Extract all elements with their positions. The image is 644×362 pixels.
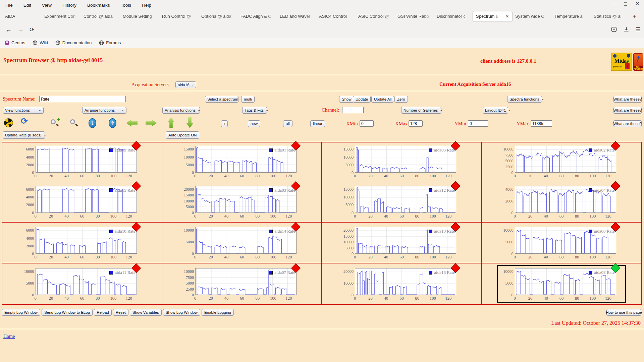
how-to-use-button[interactable]: How to use this page	[606, 309, 641, 316]
spectrum-chart-aida08[interactable]: 1000050000020406080100120aida08 Rate	[498, 266, 625, 302]
tab-aida[interactable]: AIDA	[2, 11, 41, 21]
what-are-these-button[interactable]: What are these?	[613, 96, 642, 103]
ymax-input[interactable]	[531, 120, 552, 127]
gallery-cell-aida06[interactable]: 1000050000020406080100120aida06 Rate	[481, 222, 641, 263]
tab-discriminator-c[interactable]: Discriminator c	[434, 11, 473, 21]
enable-logging-button[interactable]: Enable Logging	[202, 309, 234, 316]
expand-vertical-icon[interactable]: ⇑	[109, 118, 116, 128]
spectrum-chart-aida10[interactable]: 6000400020000020406080100120aida10 Rate	[19, 225, 146, 260]
update-rate-dropdown[interactable]: Update Rate (8 secs)	[3, 131, 45, 139]
arrow-down-icon[interactable]	[186, 117, 194, 128]
close-button[interactable]: ✕	[636, 1, 639, 6]
forward-icon[interactable]: →	[17, 26, 24, 34]
menu-view[interactable]: View	[42, 3, 52, 8]
tab-led-and-wavef[interactable]: LED and Wavef	[277, 11, 316, 21]
show-log-window-button[interactable]: Show Log Window	[163, 309, 200, 316]
tab-system-wide-c[interactable]: System wide C	[512, 11, 551, 21]
bookmark-forums[interactable]: Forums	[99, 40, 121, 45]
gallery-cell-aida16[interactable]: 20000100000020406080100120aida16 Rate	[322, 263, 481, 305]
new-button[interactable]: new	[248, 120, 260, 127]
tab-run-control[interactable]: Run Control @	[159, 11, 198, 21]
gallery-cell-aida09[interactable]: 6000400020000020406080100120aida09 Rate	[2, 142, 162, 181]
gallery-cell-aida07[interactable]: 100007500500025000020406080100120aida07 …	[162, 263, 322, 305]
spectrum-chart-aida14[interactable]: 1000050000020406080100120aida14 Rate	[178, 225, 305, 260]
what-are-these-button[interactable]: What are these?	[613, 107, 642, 114]
gallery-cell-aida05[interactable]: 150001000050000020406080100120aida05 Rat…	[322, 142, 481, 181]
empty-log-window-button[interactable]: Empty Log Window	[2, 309, 40, 316]
compress-vertical-icon[interactable]: ⇓	[89, 118, 96, 128]
gallery-cell-aida11[interactable]: 1000050000020406080100120aida11 Rate	[2, 263, 162, 305]
tags-fits-dropdown[interactable]: Tags & Fits	[242, 107, 267, 114]
channel-input[interactable]	[342, 107, 364, 113]
layout-id-dropdown[interactable]: Layout ID=1	[483, 107, 508, 114]
show-button[interactable]: Show	[339, 96, 354, 103]
refresh-icon[interactable]	[21, 116, 28, 126]
spectrum-chart-aida04[interactable]: 400020000020406080100120aida04 Rate	[498, 184, 625, 220]
reload-icon[interactable]: ⟳	[30, 26, 34, 34]
gallery-cell-aida15[interactable]: 6000400020000020406080100120aida15 Rate	[2, 181, 162, 222]
acquisition-server-select[interactable]: aida16	[175, 81, 196, 88]
zero-button[interactable]: Zero	[394, 96, 408, 103]
maximize-button[interactable]: ▢	[624, 1, 628, 6]
midas-logo[interactable]: Midas powered by f	[611, 53, 632, 71]
gallery-cell-aida14[interactable]: 1000050000020406080100120aida14 Rate	[162, 222, 322, 263]
tab-gsi-white-rabb[interactable]: GSI White Rabb	[394, 11, 434, 21]
tab-experiment-con[interactable]: Experiment Con	[41, 11, 80, 21]
bookmark-wiki[interactable]: Wiki	[33, 40, 48, 45]
radiation-icon[interactable]	[4, 118, 13, 127]
gallery-cell-aida01[interactable]: 150001000050000020406080100120aida01 Rat…	[162, 142, 322, 181]
home-link[interactable]: Home	[3, 334, 15, 339]
xmin-input[interactable]	[360, 120, 374, 127]
pocket-save-icon[interactable]	[611, 26, 617, 32]
select-spectrum-dropdown[interactable]: Select a spectrum	[205, 96, 238, 103]
view-functions-dropdown[interactable]: View functions	[3, 107, 44, 114]
tab-close-icon[interactable]: ✕	[504, 11, 509, 21]
spectrum-name-input[interactable]	[39, 96, 126, 102]
all-button[interactable]: all	[283, 120, 292, 127]
spectrum-chart-aida01[interactable]: 150001000050000020406080100120aida01 Rat…	[178, 144, 305, 179]
update-button[interactable]: Update	[353, 96, 371, 103]
menu-help[interactable]: Help	[142, 3, 151, 8]
menu-bookmarks[interactable]: Bookmarks	[87, 3, 110, 8]
new-tab-button[interactable]: +	[630, 13, 639, 20]
update-all-button[interactable]: Update All	[371, 96, 394, 103]
spectrum-chart-aida13[interactable]: 20000150001000050000020406080100120aida1…	[338, 225, 465, 260]
menu-file[interactable]: File	[5, 3, 13, 8]
tab-temperature-a[interactable]: Temperature a	[551, 11, 591, 21]
gallery-cell-aida13[interactable]: 20000150001000050000020406080100120aida1…	[322, 222, 481, 263]
tab-control-aida[interactable]: Control @ aida	[80, 11, 120, 21]
spectrum-chart-aida02[interactable]: 100007500500025000020406080100120aida02 …	[498, 144, 625, 179]
gallery-cell-aida04[interactable]: 400020000020406080100120aida04 Rate	[481, 181, 641, 222]
tab-asic-control[interactable]: ASIC Control @	[355, 11, 394, 21]
menu-tools[interactable]: Tools	[121, 3, 131, 8]
spectrum-chart-aida11[interactable]: 1000050000020406080100120aida11 Rate	[19, 266, 146, 302]
what-are-these-button[interactable]: What are these?	[613, 120, 642, 127]
spectra-functions-dropdown[interactable]: Spectra functions	[507, 96, 542, 103]
gallery-cell-aida12[interactable]: 150001000050000020406080100120aida12 Rat…	[322, 181, 481, 222]
spectrum-chart-aida09[interactable]: 6000400020000020406080100120aida09 Rate	[19, 144, 146, 179]
download-icon[interactable]	[624, 26, 629, 32]
reset-button[interactable]: Reset	[113, 309, 128, 316]
number-of-galleries-dropdown[interactable]: Number of Galleries	[401, 107, 441, 114]
tab-spectrum-br[interactable]: Spectrum Br✕	[473, 11, 512, 21]
auto-update-button[interactable]: Auto Update ON	[166, 131, 199, 139]
gallery-cell-aida08[interactable]: 1000050000020406080100120aida08 Rate	[481, 263, 641, 305]
spectrum-chart-aida07[interactable]: 100007500500025000020406080100120aida07 …	[178, 266, 305, 302]
tab-fadc-align-c[interactable]: FADC Align & C	[237, 11, 277, 21]
send-log-window-to-elog-button[interactable]: Send Log Window to ELog	[42, 309, 93, 316]
show-variables-button[interactable]: Show Variables	[130, 309, 162, 316]
arrow-left-icon[interactable]	[126, 119, 138, 127]
tcl-powered-logo[interactable]: f TCL!POWERED	[633, 53, 643, 71]
spectrum-chart-aida03[interactable]: 20000150001000050000020406080100120aida0…	[178, 184, 305, 220]
gallery-cell-aida10[interactable]: 6000400020000020406080100120aida10 Rate	[2, 222, 162, 263]
menu-history[interactable]: History	[62, 3, 76, 8]
arrow-right-icon[interactable]	[146, 119, 157, 127]
x-button[interactable]: x	[221, 120, 228, 127]
gallery-cell-aida02[interactable]: 100007500500025000020406080100120aida02 …	[481, 142, 641, 181]
linear-button[interactable]: linear	[310, 120, 325, 127]
zoom-in-icon[interactable]: +	[50, 118, 60, 128]
multi-button[interactable]: multi	[241, 96, 255, 103]
arrow-up-icon[interactable]	[167, 117, 175, 128]
zoom-out-icon[interactable]: −	[70, 118, 79, 128]
hamburger-menu-icon[interactable]: ☰	[636, 26, 641, 33]
